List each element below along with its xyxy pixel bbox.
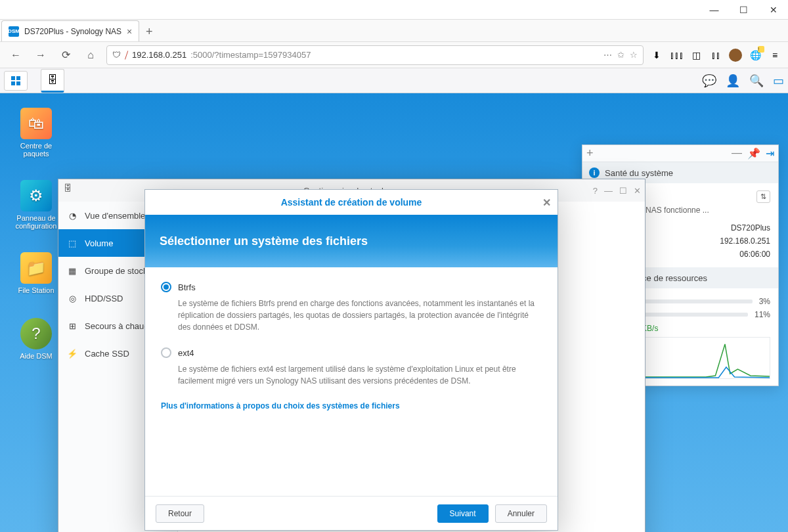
option-btrfs[interactable]: Btrfs Le système de fichiers Btrfs prend… xyxy=(161,282,542,333)
svg-rect-3 xyxy=(16,81,20,85)
folder-icon: 📁 xyxy=(20,252,52,284)
address-bar[interactable]: 🛡 ⧸ 192.168.0.251:5000/?timestamp=159793… xyxy=(106,45,644,65)
desktop-icon-package-center[interactable]: 🛍 Centre de paquets xyxy=(13,108,59,158)
option-ext4[interactable]: ext4 Le système de fichiers ext4 est lar… xyxy=(161,347,542,387)
os-close-button[interactable]: ✕ xyxy=(758,0,788,20)
browser-toolbar: ← → ⟳ ⌂ 🛡 ⧸ 192.168.0.251:5000/?timestam… xyxy=(0,42,788,68)
widgets-icon[interactable]: ▭ xyxy=(773,74,784,88)
win-maximize-icon[interactable]: ☐ xyxy=(619,186,627,196)
bolt-icon: ⚡ xyxy=(66,347,78,359)
storage-manager-icon: 🗄 xyxy=(47,74,58,86)
wizard-title: Assistant de création de volume xyxy=(281,197,422,208)
health-ip: 192.168.0.251 xyxy=(720,236,770,246)
help-icon: ? xyxy=(20,318,52,349)
next-button[interactable]: Suivant xyxy=(437,504,489,523)
bookmark-icon[interactable]: ☆ xyxy=(630,50,638,60)
nav-back-button[interactable]: ← xyxy=(7,46,25,64)
info-icon: i xyxy=(589,167,600,178)
cube-icon: ⬚ xyxy=(66,237,78,249)
desktop-icon-help[interactable]: ? Aide DSM xyxy=(13,318,59,360)
win-help-icon[interactable]: ? xyxy=(593,186,598,196)
reader-icon[interactable]: ⋯ xyxy=(603,50,612,60)
wizard-heading-banner: Sélectionner un système des fichiers xyxy=(145,215,558,267)
health-hostname: DS720Plus xyxy=(731,223,770,233)
nav-forward-button[interactable]: → xyxy=(32,46,50,64)
pocket-icon[interactable]: ✩ xyxy=(617,50,624,60)
btrfs-desc: Le système de fichiers Btrfs prend en ch… xyxy=(178,298,542,333)
browser-tab-strip: DSM DS720Plus - Synology NAS × + xyxy=(0,20,788,42)
label: File Station xyxy=(13,286,59,294)
browser-tab[interactable]: DSM DS720Plus - Synology NAS × xyxy=(1,20,139,41)
sliders-icon: ⚙ xyxy=(20,180,52,211)
nav-reload-button[interactable]: ⟳ xyxy=(56,46,75,64)
storage-manager-icon: 🗄 xyxy=(64,183,78,198)
health-title: Santé du système xyxy=(605,168,673,178)
sidebar-label: Vue d'ensemble xyxy=(85,211,145,221)
widget-pin-icon[interactable]: 📌 xyxy=(747,147,760,160)
btrfs-label: Btrfs xyxy=(178,282,196,292)
wizard-heading: Sélectionner un système des fichiers xyxy=(160,234,368,248)
plus-square-icon: ⊞ xyxy=(66,320,78,332)
url-host: 192.168.0.251 xyxy=(132,50,186,60)
health-uptime: 06:06:00 xyxy=(739,250,770,259)
taskbar-storage-manager[interactable]: 🗄 xyxy=(41,69,64,93)
wizard-footer: Retour Suivant Annuler xyxy=(145,496,558,530)
shopping-bag-icon: 🛍 xyxy=(20,108,52,139)
ext4-desc: Le système de fichiers ext4 est largemen… xyxy=(178,363,542,387)
svg-rect-0 xyxy=(11,76,15,80)
widget-arrange-icon[interactable]: ⇥ xyxy=(766,147,774,160)
svg-rect-2 xyxy=(11,81,15,85)
sidebar-label: Cache SSD xyxy=(85,349,129,359)
widget-add-button[interactable]: + xyxy=(586,146,594,160)
os-titlebar: — ☐ ✕ xyxy=(0,0,788,20)
cpu-pct: 3% xyxy=(759,297,770,306)
desktop-icon-control-panel[interactable]: ⚙ Panneau de configuration xyxy=(13,180,59,230)
ext1-icon[interactable]: ⫿⫿ xyxy=(709,49,722,62)
wizard-titlebar: Assistant de création de volume ✕ xyxy=(145,190,558,215)
wizard-close-button[interactable]: ✕ xyxy=(542,196,551,209)
sort-button[interactable]: ⇅ xyxy=(756,190,770,203)
dsm-taskbar: 🗄 💬 👤 🔍 ▭ xyxy=(0,68,788,93)
url-rest: :5000/?timestamp=1597934057 xyxy=(190,50,311,60)
ext2-icon[interactable] xyxy=(729,49,742,62)
radio-ext4[interactable] xyxy=(161,347,171,358)
win-minimize-icon[interactable]: — xyxy=(604,186,613,196)
new-tab-button[interactable]: + xyxy=(139,22,159,41)
svg-rect-1 xyxy=(16,76,20,80)
label: Panneau de configuration xyxy=(13,214,59,230)
tracking-icon: ⧸ xyxy=(125,50,128,60)
user-icon[interactable]: 👤 xyxy=(726,74,740,88)
cancel-button[interactable]: Annuler xyxy=(495,504,547,523)
volume-creation-wizard: Assistant de création de volume ✕ Sélect… xyxy=(144,189,558,531)
nav-home-button[interactable]: ⌂ xyxy=(81,46,100,64)
dsm-favicon-icon: DSM xyxy=(9,26,19,37)
menu-icon[interactable]: ≡ xyxy=(768,49,781,62)
extension-icons: ⬇ ⫿⫿⫿ ◫ ⫿⫿ 🌐! ≡ xyxy=(650,49,781,62)
downloads-icon[interactable]: ⬇ xyxy=(650,49,663,62)
ext3-icon[interactable]: 🌐! xyxy=(749,49,762,62)
disk-icon: ◎ xyxy=(66,292,78,304)
search-icon[interactable]: 🔍 xyxy=(749,74,764,88)
shield-icon: 🛡 xyxy=(112,50,121,60)
ram-pct: 11% xyxy=(755,310,770,319)
gauge-icon: ◔ xyxy=(66,210,78,221)
grid-icon: ▦ xyxy=(66,265,78,277)
os-minimize-button[interactable]: — xyxy=(699,0,729,20)
wizard-body: Btrfs Le système de fichiers Btrfs prend… xyxy=(145,267,558,496)
more-info-link[interactable]: Plus d'informations à propos du choix de… xyxy=(161,401,542,410)
desktop-icon-file-station[interactable]: 📁 File Station xyxy=(13,252,59,294)
back-button[interactable]: Retour xyxy=(156,504,204,523)
widget-minimize-icon[interactable]: — xyxy=(732,147,742,160)
library-icon[interactable]: ⫿⫿⫿ xyxy=(670,49,683,62)
main-menu-button[interactable] xyxy=(4,71,28,91)
sidebar-icon[interactable]: ◫ xyxy=(690,49,703,62)
dsm-desktop: 🗄 💬 👤 🔍 ▭ 🛍 Centre de paquets ⚙ Panneau … xyxy=(0,68,788,532)
os-maximize-button[interactable]: ☐ xyxy=(729,0,758,20)
ext4-label: ext4 xyxy=(178,348,194,358)
radio-btrfs[interactable] xyxy=(161,282,171,292)
win-close-icon[interactable]: ✕ xyxy=(634,186,641,196)
notifications-icon[interactable]: 💬 xyxy=(702,74,716,88)
tab-close-icon[interactable]: × xyxy=(127,26,132,37)
label: Aide DSM xyxy=(13,352,59,360)
sidebar-label: HDD/SSD xyxy=(85,294,123,303)
